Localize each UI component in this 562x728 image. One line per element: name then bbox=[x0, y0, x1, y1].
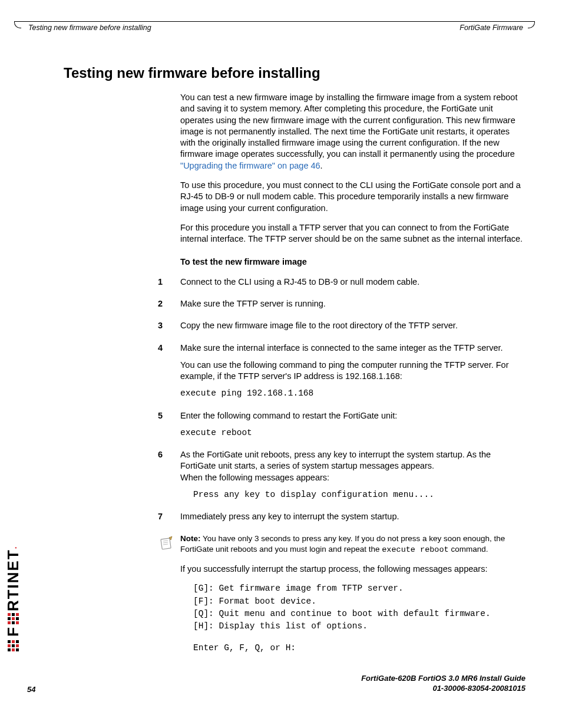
header-rule bbox=[14, 21, 535, 22]
footer-guide-title: FortiGate-620B FortiOS 3.0 MR6 Install G… bbox=[361, 674, 525, 684]
step-6a: As the FortiGate unit reboots, press any… bbox=[180, 449, 527, 472]
running-head-left: Testing new firmware before installing bbox=[28, 24, 151, 32]
after-note-text: If you successfully interrupt the startu… bbox=[180, 564, 527, 575]
svg-rect-0 bbox=[161, 538, 171, 549]
svg-line-2 bbox=[163, 542, 168, 543]
fortinet-logo-text-2: RTINET bbox=[4, 549, 22, 611]
fortinet-logo-mark bbox=[8, 640, 19, 651]
step-4b: You can use the following command to pin… bbox=[180, 360, 527, 383]
intro-para-2: To use this procedure, you must connect … bbox=[180, 180, 527, 214]
header-curve-left bbox=[14, 21, 21, 28]
menu-line-q: [Q]: Quit menu and continue to boot with… bbox=[193, 608, 527, 620]
note-icon bbox=[158, 533, 180, 555]
intro-text-1b: . bbox=[320, 161, 323, 170]
note-label: Note: bbox=[180, 534, 201, 543]
code-reboot: execute reboot bbox=[180, 427, 527, 439]
step-number: 6 bbox=[158, 449, 180, 506]
menu-line-f: [F]: Format boot device. bbox=[193, 596, 527, 607]
link-upgrading-firmware[interactable]: "Upgrading the firmware" on page 46 bbox=[180, 161, 320, 170]
svg-line-1 bbox=[163, 541, 168, 541]
menu-line-h: [H]: Display this list of options. bbox=[193, 621, 527, 632]
header-curve-right bbox=[528, 21, 535, 28]
step-number: 4 bbox=[158, 342, 180, 406]
menu-line-g: [G]: Get firmware image from TFTP server… bbox=[193, 583, 527, 594]
note-text-1: You have only 3 seconds to press any key… bbox=[201, 534, 505, 543]
step-number: 7 bbox=[158, 511, 180, 528]
procedure-heading: To test the new firmware image bbox=[180, 256, 527, 268]
code-ping: execute ping 192.168.1.168 bbox=[180, 388, 527, 399]
step-6b: When the following messages appears: bbox=[180, 472, 527, 483]
step-3: Copy the new firmware image file to the … bbox=[180, 320, 527, 331]
note-text-4: command. bbox=[449, 545, 488, 554]
step-4a: Make sure the internal interface is conn… bbox=[180, 342, 527, 354]
step-number: 3 bbox=[158, 320, 180, 337]
note-text-3: unit reboots and you must login and repe… bbox=[213, 545, 382, 554]
page-title: Testing new firmware before installing bbox=[64, 65, 527, 81]
step-7: Immediately press any key to interrupt t… bbox=[180, 511, 527, 522]
menu-prompt: Enter G, F, Q, or H: bbox=[193, 643, 527, 654]
page-number: 54 bbox=[27, 685, 35, 694]
step-number: 5 bbox=[158, 410, 180, 445]
fortinet-logo-accent bbox=[8, 613, 19, 624]
ordered-steps: 1Connect to the CLI using a RJ-45 to DB-… bbox=[158, 276, 527, 529]
code-press-any-key: Press any key to display configuration m… bbox=[193, 489, 527, 500]
intro-text-1a: You can test a new firmware image by ins… bbox=[180, 93, 517, 159]
step-1: Connect to the CLI using a RJ-45 to DB-9… bbox=[180, 276, 527, 288]
fortinet-logo: F RTINET. bbox=[4, 545, 22, 651]
note-code: execute reboot bbox=[382, 545, 448, 554]
step-5a: Enter the following command to restart t… bbox=[180, 410, 527, 421]
step-number: 2 bbox=[158, 298, 180, 315]
running-head-right: FortiGate Firmware bbox=[459, 24, 523, 32]
fortinet-logo-text: F bbox=[4, 626, 22, 637]
note-body: Note: You have only 3 seconds to press a… bbox=[180, 533, 527, 555]
step-number: 1 bbox=[158, 276, 180, 294]
note-fortigate: FortiGate bbox=[180, 545, 213, 554]
footer-guide-code: 01-30006-83054-20081015 bbox=[361, 684, 525, 694]
svg-line-3 bbox=[163, 544, 168, 545]
footer-guide: FortiGate-620B FortiOS 3.0 MR6 Install G… bbox=[361, 674, 525, 694]
intro-para-3: For this procedure you install a TFTP se… bbox=[180, 222, 527, 245]
intro-para-1: You can test a new firmware image by ins… bbox=[180, 92, 527, 172]
step-2: Make sure the TFTP server is running. bbox=[180, 298, 527, 309]
